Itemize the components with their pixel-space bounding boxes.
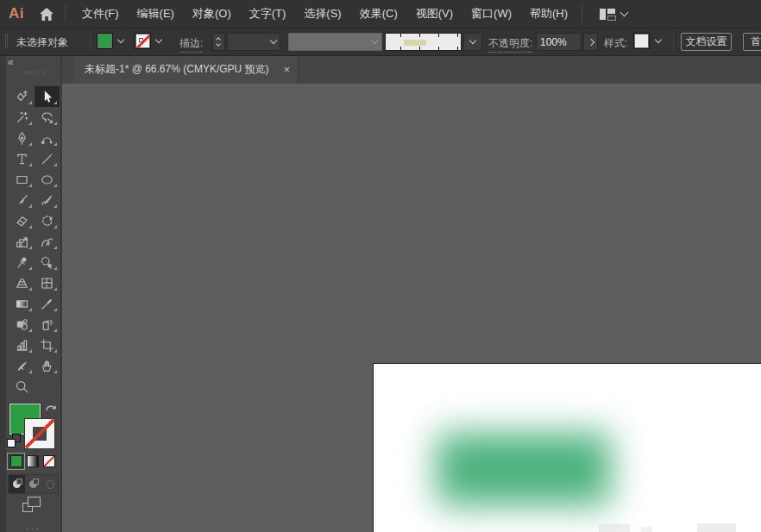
- divider: [673, 33, 674, 50]
- magic-wand-tool-icon: [15, 110, 29, 125]
- fill-color-swatch[interactable]: [97, 33, 113, 49]
- perspective-grid-tool[interactable]: [9, 272, 35, 293]
- line-segment-tool[interactable]: [35, 148, 60, 169]
- stroke-color-dropdown[interactable]: [153, 33, 165, 49]
- symbol-sprayer-tool[interactable]: [35, 314, 60, 335]
- puppet-warp-tool[interactable]: [9, 252, 35, 272]
- artboard-tool[interactable]: [35, 335, 60, 355]
- artboard-tool-icon: [40, 338, 54, 353]
- eyedropper-tool[interactable]: [35, 293, 60, 314]
- perspective-grid-tool-icon: [15, 276, 29, 291]
- color-button[interactable]: [8, 454, 24, 469]
- fill-color-dropdown[interactable]: [115, 33, 127, 49]
- selection-status: 未选择对象: [16, 35, 68, 50]
- workspace-switcher[interactable]: [600, 9, 627, 20]
- fill-stroke-controls: ···: [0, 400, 60, 512]
- artboard[interactable]: [373, 363, 761, 532]
- width-profile-dropdown[interactable]: [463, 33, 482, 51]
- opacity-panel-link[interactable]: 不透明度:: [488, 36, 532, 53]
- stroke-indicator-none[interactable]: [25, 419, 54, 448]
- curvature-tool[interactable]: [35, 128, 60, 148]
- draw-inside-button[interactable]: [41, 475, 58, 493]
- lasso-select-tool[interactable]: [35, 252, 60, 272]
- zoom-tool[interactable]: [9, 376, 35, 397]
- hand-tool-icon: [40, 359, 54, 373]
- style-swatch[interactable]: [633, 33, 650, 49]
- lasso-tool-icon: [40, 110, 54, 125]
- swap-fill-stroke-icon[interactable]: [44, 402, 58, 417]
- zoom-tool-icon: [15, 379, 29, 394]
- shaper-tool-icon: [40, 193, 54, 208]
- canvas-area[interactable]: [60, 84, 761, 532]
- width-tool[interactable]: [35, 231, 60, 252]
- menu-item-1[interactable]: 编辑(E): [133, 0, 179, 28]
- collapse-panel-button[interactable]: «: [8, 56, 14, 68]
- screen-mode-button[interactable]: [22, 497, 41, 514]
- mesh-tool[interactable]: [35, 272, 60, 293]
- lasso-select-tool-icon: [40, 255, 54, 270]
- selection-tool[interactable]: [35, 86, 60, 107]
- panel-drag-grip[interactable]: [23, 71, 45, 75]
- add-anchor-pen-tool[interactable]: [9, 86, 35, 107]
- home-icon: [39, 7, 54, 22]
- menu-item-6[interactable]: 视图(V): [412, 0, 457, 28]
- line-segment-tool-icon: [40, 152, 54, 166]
- document-tab[interactable]: 未标题-1* @ 66.67% (CMYK/GPU 预览) ×: [73, 55, 299, 84]
- selection-tool-icon: [40, 90, 54, 104]
- control-bar-grip[interactable]: [5, 34, 8, 48]
- edit-toolbar-button[interactable]: ···: [26, 523, 41, 532]
- app-logo: Ai: [9, 5, 24, 22]
- slice-tool-icon: [15, 359, 29, 373]
- slice-tool[interactable]: [9, 355, 35, 376]
- stroke-panel-link[interactable]: 描边:: [179, 36, 203, 53]
- rectangle-tool[interactable]: [9, 169, 35, 190]
- document-setup-button[interactable]: 文档设置: [681, 33, 732, 51]
- paintbrush-tool[interactable]: [9, 190, 35, 210]
- opacity-spinner-button[interactable]: [583, 33, 598, 51]
- none-button[interactable]: [41, 454, 57, 469]
- magic-wand-tool[interactable]: [9, 107, 35, 128]
- opacity-input[interactable]: [536, 33, 582, 51]
- menu-item-2[interactable]: 对象(O): [188, 0, 236, 28]
- menu-item-4[interactable]: 选择(S): [299, 0, 345, 28]
- style-dropdown[interactable]: [652, 33, 664, 49]
- gradient-tool-icon: [15, 297, 29, 311]
- none-icon: [44, 456, 54, 466]
- rotate-tool[interactable]: [35, 210, 60, 231]
- stroke-width-dropdown[interactable]: [227, 33, 280, 51]
- home-button[interactable]: [38, 5, 55, 22]
- uniform-profile-icon: [404, 40, 426, 46]
- divider: [90, 33, 91, 50]
- draw-behind-button[interactable]: [25, 475, 41, 493]
- stroke-color-swatch[interactable]: [135, 33, 151, 49]
- ellipse-tool[interactable]: [35, 169, 60, 190]
- preferences-button-clipped[interactable]: 首: [743, 33, 761, 51]
- lasso-tool[interactable]: [35, 107, 60, 128]
- menu-item-7[interactable]: 窗口(W): [467, 0, 516, 28]
- eraser-tool[interactable]: [9, 210, 35, 231]
- tab-close-icon[interactable]: ×: [283, 55, 290, 84]
- hand-tool[interactable]: [35, 355, 60, 376]
- width-profile-preview[interactable]: [385, 33, 462, 51]
- scale-tool[interactable]: [9, 231, 35, 252]
- blurred-green-rectangle[interactable]: [437, 433, 611, 505]
- shaper-tool[interactable]: [35, 190, 60, 210]
- brush-definition-dropdown: [288, 33, 382, 51]
- add-anchor-pen-tool-icon: [15, 90, 29, 104]
- draw-normal-button[interactable]: [9, 475, 25, 493]
- gradient-tool[interactable]: [9, 293, 35, 314]
- default-fill-stroke-icon[interactable]: [7, 434, 21, 448]
- menu-item-5[interactable]: 效果(C): [355, 0, 402, 28]
- pen-tool[interactable]: [9, 128, 35, 148]
- menu-item-8[interactable]: 帮助(H): [525, 0, 572, 28]
- drawing-mode-buttons: [8, 474, 59, 494]
- menu-item-0[interactable]: 文件(F): [78, 0, 123, 28]
- gradient-button[interactable]: [24, 454, 41, 469]
- column-graph-tool[interactable]: [9, 335, 35, 355]
- column-graph-tool-icon: [15, 338, 29, 353]
- illustrator-window: Ai 文件(F)编辑(E)对象(O)文字(T)选择(S)效果(C)视图(V)窗口…: [0, 0, 761, 532]
- menu-item-3[interactable]: 文字(T): [245, 0, 291, 28]
- stroke-width-stepper[interactable]: [212, 33, 225, 51]
- blend-tool[interactable]: [9, 314, 35, 335]
- type-tool[interactable]: [9, 148, 35, 169]
